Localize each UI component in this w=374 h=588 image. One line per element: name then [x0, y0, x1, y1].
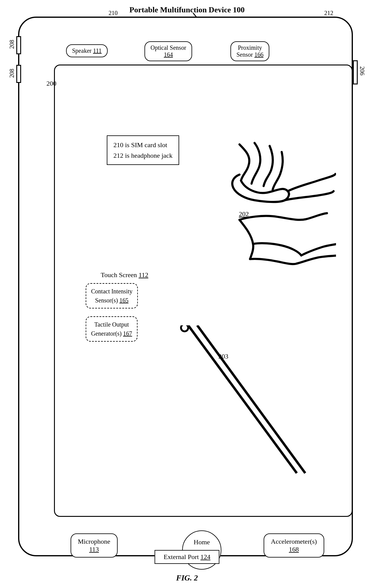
side-label-208-mid: 208: [8, 69, 15, 78]
touch-screen-label: Touch Screen 112: [101, 271, 148, 279]
hand-drawing: 202: [179, 141, 336, 268]
port-headphone-label: 212: [324, 10, 333, 17]
figure-label: FIG. 2: [176, 574, 198, 583]
device-outline: 200 Speaker 111 Optical Sensor 164 Proxi…: [18, 17, 353, 556]
svg-line-3: [188, 325, 297, 473]
side-label-206: 206: [359, 66, 366, 75]
accelerometer-component: Accelerometer(s) 168: [264, 533, 324, 558]
side-button-left-top: [16, 36, 21, 54]
optical-sensor-box: Optical Sensor 164: [144, 41, 192, 61]
headphone-ref: 212: [324, 10, 333, 16]
port-sim-label: 210: [109, 10, 118, 17]
contact-intensity-box: Contact IntensitySensor(s) 165: [86, 283, 138, 308]
svg-line-4: [197, 325, 305, 473]
side-button-left-mid: [16, 65, 21, 83]
label-203: 203: [218, 352, 228, 360]
svg-point-5: [181, 325, 188, 331]
proximity-sensor-box: ProximitySensor 166: [230, 41, 269, 61]
page: Portable Multifunction Device 100 210 21…: [0, 0, 374, 588]
annotation-box: 210 is SIM card slot212 is headphone jac…: [107, 135, 179, 165]
side-label-208-top: 208: [8, 40, 15, 49]
side-button-right: [353, 60, 358, 84]
external-port: External Port 124: [154, 550, 219, 564]
microphone-component: Microphone 113: [71, 533, 118, 558]
speaker-box: Speaker 111: [66, 44, 108, 57]
tactile-output-box: Tactile OutputGenerator(s) 167: [86, 316, 138, 342]
svg-text:202: 202: [239, 210, 249, 218]
sim-ref: 210: [109, 10, 118, 16]
label-200: 200: [46, 80, 56, 87]
stylus-drawing: [164, 325, 309, 482]
